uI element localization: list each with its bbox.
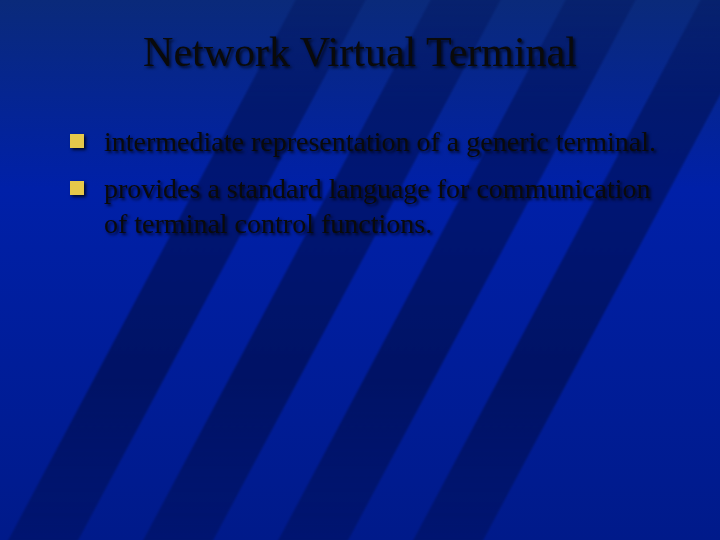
slide-title: Network Virtual Terminal <box>40 28 680 76</box>
bullet-item: provides a standard language for communi… <box>70 171 660 241</box>
bullet-item: intermediate representation of a generic… <box>70 124 660 159</box>
bullet-list: intermediate representation of a generic… <box>40 124 680 241</box>
slide: Network Virtual Terminal intermediate re… <box>0 0 720 540</box>
